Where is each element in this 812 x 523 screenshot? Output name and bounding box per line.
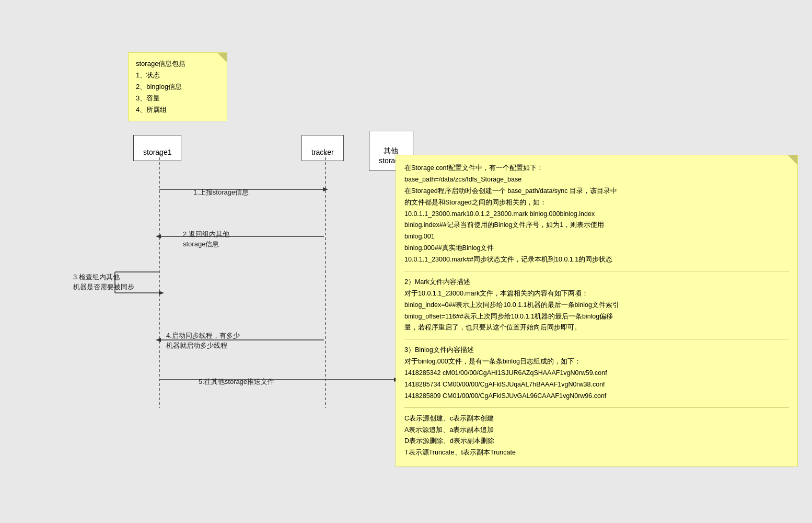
arrow-label-5: 5.往其他storage推送文件: [199, 366, 274, 386]
note-divider-1: [404, 271, 789, 271]
large-note-section-2: 2）Mark文件内容描述 对于10.0.1.1_23000.mark文件，本篇相…: [404, 277, 789, 334]
sticky-note-storage-info: storage信息包括 1、状态 2、binglog信息 3、容量 4、所属组: [128, 52, 227, 121]
large-note-right: 在Storage.conf配置文件中，有一个配置如下： base_path=/d…: [396, 155, 798, 467]
large-note-section-4: C表示源创建、c表示副本创建 A表示源追加、a表示副本追加 D表示源删除、d表示…: [404, 413, 789, 459]
note-divider-3: [404, 407, 789, 408]
node-storage1-label: storage1: [143, 148, 171, 156]
large-note-section-1: 在Storage.conf配置文件中，有一个配置如下： base_path=/d…: [404, 163, 789, 266]
large-note-section-1-text: 在Storage.conf配置文件中，有一个配置如下： base_path=/d…: [404, 163, 789, 266]
arrow-label-2: 2.返回组内其他 storage信息: [183, 219, 229, 249]
sticky-note-text: storage信息包括 1、状态 2、binglog信息 3、容量 4、所属组: [136, 60, 185, 113]
arrow-label-1: 1.上报storage信息: [193, 177, 249, 197]
svg-marker-12: [156, 338, 161, 342]
node-tracker-label: tracker: [311, 148, 334, 156]
large-note-section-3-text: 3）Binlog文件内容描述 对于binlog.000文件，是有一条条binlo…: [404, 345, 789, 402]
node-tracker: tracker: [301, 135, 344, 161]
arrow-label-4: 4.启动同步线程，有多少 机器就启动多少线程: [166, 320, 240, 351]
arrow-label-3: 3.检查组内其他 机器是否需要被同步: [73, 262, 134, 292]
svg-marker-6: [156, 234, 161, 238]
node-storage1: storage1: [133, 135, 181, 161]
large-note-section-3: 3）Binlog文件内容描述 对于binlog.000文件，是有一条条binlo…: [404, 345, 789, 402]
svg-marker-4: [323, 187, 328, 191]
diagram-container: storage信息包括 1、状态 2、binglog信息 3、容量 4、所属组 …: [0, 0, 812, 523]
large-note-section-4-text: C表示源创建、c表示副本创建 A表示源追加、a表示副本追加 D表示源删除、d表示…: [404, 413, 789, 459]
large-note-section-2-text: 2）Mark文件内容描述 对于10.0.1.1_23000.mark文件，本篇相…: [404, 277, 789, 334]
note-divider-2: [404, 339, 789, 339]
svg-marker-10: [159, 291, 164, 295]
